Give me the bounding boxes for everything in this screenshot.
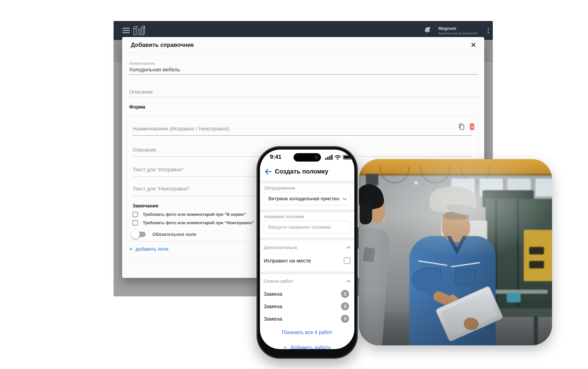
name-input[interactable]	[129, 67, 478, 75]
factory-photo	[359, 159, 552, 345]
extra-section-header[interactable]: Дополнительно	[264, 245, 351, 251]
count-badge: 3	[341, 302, 349, 310]
close-icon[interactable]: ✕	[469, 37, 478, 53]
note-heading: Замечание	[133, 203, 158, 209]
phone-mockup: 9:41 Создать поломку Оборудование	[257, 146, 358, 359]
description-input[interactable]	[129, 88, 478, 97]
works-section-label: Список работ	[264, 278, 293, 284]
work-list-item[interactable]: Замена 3	[264, 290, 350, 298]
modal-header: Добавить справочник ✕	[122, 37, 484, 53]
add-work-button[interactable]: + Добавить работу	[260, 345, 354, 349]
factory-photo-haze	[359, 159, 552, 345]
account-role: Администратор компании	[438, 31, 477, 35]
works-section-header[interactable]: Список работ	[264, 278, 351, 284]
show-all-works-link[interactable]: Показать все 4 работ	[260, 329, 354, 335]
count-badge: 3	[341, 315, 349, 323]
front-camera-icon	[314, 155, 319, 160]
screenshot-canvas: Magnum Администратор компании Добавить с…	[0, 0, 588, 369]
battery-icon	[343, 155, 352, 160]
plus-icon: +	[284, 345, 287, 349]
account-info[interactable]: Magnum Администратор компании	[438, 26, 477, 35]
checkbox-require-photo-fail[interactable]	[133, 220, 138, 226]
checkbox-require-photo-ok[interactable]	[133, 212, 138, 217]
breakdown-name-label: Название поломки	[264, 214, 304, 219]
phone-screen: 9:41 Создать поломку Оборудование	[260, 150, 354, 349]
checkbox-label: Требовать фото или комментарий при “В но…	[143, 212, 246, 217]
back-arrow-icon[interactable]	[265, 169, 272, 175]
modal-title: Добавить справочник	[131, 37, 194, 53]
equipment-label: Оборудование	[264, 185, 295, 191]
required-field-toggle[interactable]	[133, 231, 146, 237]
fixed-on-site-checkbox[interactable]	[344, 257, 350, 264]
name-field-label: Наименование	[129, 61, 155, 66]
delete-icon[interactable]	[469, 123, 475, 130]
section-divider	[260, 181, 354, 184]
fixed-on-site-row: Исправил на месте	[264, 257, 350, 264]
wifi-icon	[334, 154, 341, 160]
section-divider	[260, 209, 354, 212]
chevron-up-icon	[346, 246, 351, 249]
status-time: 9:41	[270, 154, 292, 160]
dynamic-island	[294, 153, 321, 162]
work-list-item[interactable]: Замена 3	[264, 315, 350, 323]
add-field-button[interactable]: + добавить поле	[129, 245, 168, 253]
extra-section-label: Дополнительно	[264, 245, 297, 250]
menu-icon[interactable]	[123, 28, 130, 33]
brand-logo-icon	[133, 25, 145, 36]
notifications-bell-icon[interactable]	[423, 26, 431, 34]
account-name: Magnum	[438, 26, 477, 31]
form-section-heading: Форма	[129, 104, 145, 110]
section-divider	[260, 238, 354, 240]
equipment-select-value: Витрина холодильная пристен...	[268, 196, 340, 202]
phone-power-button	[357, 227, 359, 249]
item-name-field[interactable]: Наименование (Исправно / Неисправно)	[133, 122, 472, 136]
page-title: Создать поломку	[275, 167, 328, 176]
chevron-up-icon	[346, 280, 351, 282]
signal-icon	[325, 154, 333, 160]
equipment-select[interactable]: Витрина холодильная пристен...	[264, 192, 351, 205]
status-icons	[325, 154, 352, 160]
plus-icon: +	[129, 246, 133, 252]
copy-icon[interactable]	[458, 123, 464, 130]
work-list-item[interactable]: Замена 3	[264, 302, 350, 310]
section-divider	[260, 271, 354, 274]
chevron-down-icon	[342, 198, 347, 200]
required-field-toggle-label: Обязательное поле	[153, 232, 196, 237]
breakdown-name-input[interactable]	[264, 221, 351, 234]
kebab-menu-icon[interactable]	[486, 27, 490, 34]
count-badge: 3	[341, 290, 349, 298]
checkbox-label: Требовать фото или комментарий при “Неис…	[143, 221, 254, 225]
